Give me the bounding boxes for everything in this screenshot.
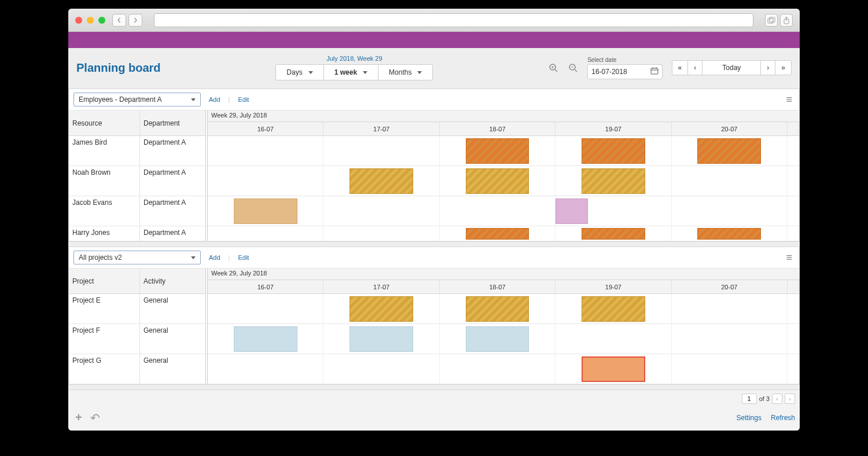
schedule-block[interactable] xyxy=(697,228,761,240)
schedule-block[interactable] xyxy=(350,326,413,352)
schedule-block[interactable] xyxy=(234,198,297,224)
day-cell[interactable] xyxy=(556,166,671,196)
day-cell[interactable] xyxy=(323,354,439,384)
zoom-out-icon[interactable] xyxy=(568,62,578,73)
day-cell[interactable] xyxy=(556,294,671,323)
schedule-block[interactable] xyxy=(582,228,645,240)
date-input[interactable]: 16-07-2018 xyxy=(587,64,662,79)
schedule-block[interactable] xyxy=(466,296,529,322)
day-cell[interactable] xyxy=(323,324,439,354)
schedule-block[interactable] xyxy=(234,326,297,352)
day-cell[interactable] xyxy=(672,136,788,166)
range-week[interactable]: 1 week xyxy=(324,65,378,80)
refresh-link[interactable]: Refresh xyxy=(771,414,795,422)
day-cell[interactable] xyxy=(672,166,788,196)
day-cell[interactable] xyxy=(556,136,671,166)
maximize-icon[interactable] xyxy=(98,17,105,24)
row-label: Noah Brown xyxy=(69,166,139,196)
schedule-block[interactable] xyxy=(697,138,761,164)
schedule-block[interactable] xyxy=(582,138,645,164)
day-cell[interactable] xyxy=(440,226,556,241)
schedule-block[interactable] xyxy=(350,296,413,322)
day-cell[interactable] xyxy=(323,294,439,323)
day-cell[interactable] xyxy=(323,166,439,196)
row-label: Jacob Evans xyxy=(69,196,139,226)
row-sublabel: General xyxy=(140,324,205,354)
day-cell[interactable] xyxy=(440,196,556,226)
day-cell[interactable] xyxy=(208,354,323,384)
schedule-block[interactable] xyxy=(582,168,645,194)
day-header: 18-07 xyxy=(440,122,556,136)
nav-next[interactable]: › xyxy=(761,61,775,75)
day-cell[interactable] xyxy=(672,196,788,226)
add-icon[interactable]: + xyxy=(75,411,82,425)
edit-link[interactable]: Edit xyxy=(238,96,249,103)
row-label: Project F xyxy=(69,324,139,354)
day-header: 17-07 xyxy=(323,122,439,136)
day-cell[interactable] xyxy=(440,294,556,323)
forward-button[interactable] xyxy=(128,14,142,27)
day-cell[interactable] xyxy=(556,324,671,354)
edit-link[interactable]: Edit xyxy=(238,254,249,261)
menu-icon[interactable]: ≡ xyxy=(784,252,795,264)
day-cell[interactable] xyxy=(208,226,323,241)
day-cell[interactable] xyxy=(208,324,323,354)
day-cell[interactable] xyxy=(323,196,439,226)
share-icon[interactable] xyxy=(780,14,793,27)
day-cell[interactable] xyxy=(323,136,439,166)
day-cell[interactable] xyxy=(208,196,323,226)
day-cell[interactable] xyxy=(556,226,671,241)
settings-link[interactable]: Settings xyxy=(737,414,762,422)
back-button[interactable] xyxy=(112,14,126,27)
menu-icon[interactable]: ≡ xyxy=(784,94,795,106)
nav-last[interactable]: » xyxy=(775,61,791,75)
day-header: 16-07 xyxy=(208,280,323,294)
col-activity: Activity xyxy=(140,269,205,294)
page-next[interactable]: › xyxy=(785,394,795,404)
day-cell[interactable] xyxy=(440,136,556,166)
day-cell[interactable] xyxy=(672,324,788,354)
close-icon[interactable] xyxy=(75,17,82,24)
zoom-in-icon[interactable] xyxy=(548,62,558,73)
nav-prev[interactable]: ‹ xyxy=(688,61,703,75)
schedule-block[interactable] xyxy=(556,198,588,224)
day-cell[interactable] xyxy=(672,294,788,323)
page-input[interactable] xyxy=(742,394,757,404)
col-department: Department xyxy=(140,111,205,136)
schedule-row xyxy=(208,136,799,166)
pager: of 3 ‹ › xyxy=(73,394,795,404)
tabs-icon[interactable] xyxy=(765,14,778,27)
day-cell[interactable] xyxy=(672,226,788,241)
schedule-block[interactable] xyxy=(466,326,529,352)
day-cell[interactable] xyxy=(672,354,788,384)
add-link[interactable]: Add xyxy=(209,96,220,103)
day-cell[interactable] xyxy=(208,136,323,166)
day-cell[interactable] xyxy=(556,354,671,384)
nav-first[interactable]: « xyxy=(672,61,689,75)
minimize-icon[interactable] xyxy=(87,17,94,24)
day-cell[interactable] xyxy=(440,354,556,384)
day-cell[interactable] xyxy=(208,166,323,196)
filter-employees[interactable]: Employees - Department A xyxy=(73,93,201,106)
day-cell[interactable] xyxy=(208,294,323,323)
url-bar[interactable] xyxy=(154,13,753,27)
schedule-block[interactable] xyxy=(466,168,529,194)
day-cell[interactable] xyxy=(323,226,439,241)
page-prev[interactable]: ‹ xyxy=(772,394,782,404)
nav-today[interactable]: Today xyxy=(703,61,761,75)
add-link[interactable]: Add xyxy=(209,254,220,261)
range-months[interactable]: Months xyxy=(378,65,432,80)
day-cell[interactable] xyxy=(440,324,556,354)
day-cell[interactable] xyxy=(556,196,671,226)
schedule-block[interactable] xyxy=(582,296,645,322)
schedule-block[interactable] xyxy=(466,228,529,240)
range-days[interactable]: Days xyxy=(276,65,323,80)
schedule-block[interactable] xyxy=(466,138,529,164)
day-cell[interactable] xyxy=(440,166,556,196)
schedule-block[interactable] xyxy=(350,168,413,194)
undo-icon[interactable]: ↶ xyxy=(90,411,100,425)
employees-grid: Resource James BirdNoah BrownJacob Evans… xyxy=(69,111,799,241)
panel2-toolbar: All projects v2 Add | Edit ≡ xyxy=(69,247,799,269)
schedule-block[interactable] xyxy=(582,356,645,382)
filter-projects[interactable]: All projects v2 xyxy=(73,251,201,264)
